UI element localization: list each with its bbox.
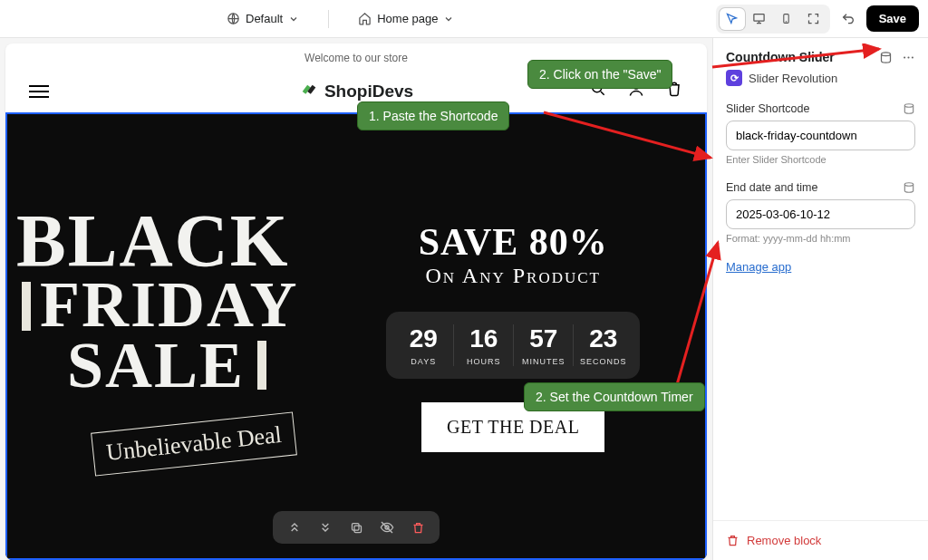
enddate-input[interactable]	[726, 199, 915, 229]
chevron-down-icon	[288, 14, 299, 24]
connect-data-icon[interactable]	[879, 51, 893, 64]
svg-point-14	[904, 183, 913, 187]
template-selector[interactable]: Default	[218, 6, 308, 31]
storefront-preview: Welcome to our store ShopiDevs BLACK FRI…	[5, 43, 707, 560]
app-source-name: Slider Revolution	[749, 72, 837, 85]
menu-button[interactable]	[29, 82, 49, 101]
desktop-icon	[752, 12, 766, 25]
device-mobile[interactable]	[774, 8, 799, 30]
headline-line1: BLACK	[16, 207, 290, 275]
device-desktop[interactable]	[747, 8, 772, 30]
hide-button[interactable]	[378, 518, 396, 536]
countdown-cell: 29DAYS	[393, 324, 453, 366]
template-label: Default	[246, 12, 283, 25]
undo-button[interactable]	[836, 8, 861, 30]
countdown-cell: 23SECONDS	[573, 324, 633, 366]
separator	[328, 10, 329, 28]
editor-topbar: Default Home page Save	[0, 0, 928, 38]
pointer-icon	[725, 12, 739, 25]
hero-headline-group: BLACK FRIDAY SALE Unbelievable Deal	[7, 114, 322, 558]
offer-line1: SAVE 80%	[419, 220, 608, 264]
offer-text: SAVE 80% On Any Product	[419, 220, 608, 288]
block-title: Countdown Slider	[726, 50, 835, 64]
deal-badge: Unbelievable Deal	[91, 411, 297, 476]
remove-block-label: Remove block	[747, 534, 821, 547]
device-switcher	[716, 5, 830, 34]
topbar-actions: Save	[716, 5, 919, 34]
dynamic-source-icon[interactable]	[903, 102, 915, 115]
headline-line2: FRIDAY	[40, 275, 298, 334]
settings-sidebar: Countdown Slider ⟳ Slider Revolution Sli…	[712, 38, 928, 560]
store-logo[interactable]: ShopiDevs	[299, 82, 413, 101]
logo-text: ShopiDevs	[324, 82, 413, 101]
block-toolbar	[273, 511, 440, 544]
logo-mark-icon	[299, 82, 319, 101]
svg-point-3	[786, 21, 787, 22]
headline-line3: SALE	[67, 335, 266, 395]
inspector-button[interactable]	[720, 8, 745, 30]
remove-block-button[interactable]: Remove block	[726, 534, 915, 547]
move-up-button[interactable]	[285, 518, 304, 536]
mobile-icon	[780, 12, 792, 25]
offer-line2: On Any Product	[419, 264, 608, 288]
svg-point-13	[904, 104, 913, 108]
trash-icon	[726, 534, 740, 547]
svg-rect-6	[354, 526, 362, 533]
annotation-1: 1. Paste the Shortcode	[357, 101, 509, 130]
countdown-cell: 16HOURS	[453, 324, 513, 366]
delete-button[interactable]	[409, 518, 427, 536]
annotation-3: 2. Set the Countdown Timer	[524, 382, 705, 411]
device-fullscreen[interactable]	[801, 8, 826, 30]
annotation-2: 2. Click on the "Save"	[527, 60, 672, 89]
field-label-enddate: End date and time	[726, 181, 915, 194]
save-button[interactable]: Save	[866, 5, 919, 32]
dynamic-source-icon[interactable]	[903, 181, 915, 194]
svg-point-12	[912, 56, 914, 58]
hero-offer-group: SAVE 80% On Any Product 29DAYS 16HOURS 5…	[322, 114, 706, 558]
svg-point-9	[882, 52, 891, 55]
globe-icon	[227, 12, 240, 25]
undo-icon	[841, 12, 856, 26]
home-icon	[358, 12, 372, 25]
duplicate-button[interactable]	[347, 518, 365, 536]
breadcrumb-group: Default Home page	[218, 6, 463, 31]
field-label-shortcode: Slider Shortcode	[726, 102, 915, 115]
svg-point-11	[907, 56, 909, 58]
countdown-slider-block[interactable]: BLACK FRIDAY SALE Unbelievable Deal SAVE…	[5, 112, 707, 560]
enddate-helper: Format: yyyy-mm-dd hh:mm	[726, 233, 915, 244]
svg-rect-7	[352, 523, 359, 530]
countdown-timer: 29DAYS 16HOURS 57MINUTES 23SECONDS	[386, 312, 640, 379]
more-icon[interactable]	[902, 51, 915, 64]
app-badge-icon: ⟳	[726, 70, 742, 86]
block-header: Countdown Slider	[726, 50, 915, 64]
svg-point-10	[904, 56, 905, 58]
app-source[interactable]: ⟳ Slider Revolution	[726, 70, 915, 86]
page-label: Home page	[377, 12, 438, 25]
svg-rect-1	[754, 14, 764, 22]
page-selector[interactable]: Home page	[349, 6, 463, 31]
countdown-cell: 57MINUTES	[513, 324, 573, 366]
manage-app-link[interactable]: Manage app	[726, 260, 791, 274]
move-down-button[interactable]	[316, 518, 334, 536]
chevron-down-icon	[443, 14, 454, 24]
shortcode-helper: Enter Slider Shortcode	[726, 154, 915, 165]
preview-canvas: Welcome to our store ShopiDevs BLACK FRI…	[0, 38, 712, 560]
shortcode-input[interactable]	[726, 121, 915, 150]
fullscreen-icon	[807, 12, 820, 25]
